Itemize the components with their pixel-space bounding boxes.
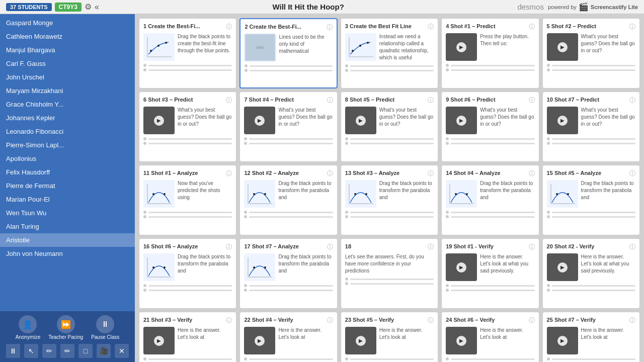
sidebar-student-item[interactable]: Aristotle <box>0 233 135 247</box>
activity-card[interactable]: 7 Shot #4 – Predict ⓘ ▶ What's your best… <box>239 92 337 162</box>
card-footer <box>143 137 232 145</box>
response-bar <box>552 143 635 144</box>
sidebar-student-item[interactable]: Johannes Kepler <box>0 111 135 125</box>
info-icon[interactable]: ⓘ <box>327 169 333 178</box>
highlight-tool[interactable]: ✏ <box>60 344 74 358</box>
student-list: Gaspard MongeCathleen MorawetzManjul Bha… <box>0 14 135 311</box>
activity-card[interactable]: 4 Shot #1 – Predict ⓘ ▶ Press the play b… <box>441 18 539 88</box>
info-icon[interactable]: ⓘ <box>428 316 434 325</box>
info-icon[interactable]: ⓘ <box>629 169 635 178</box>
teacher-pacing-button[interactable]: ⏩ Teacher Pacing <box>48 315 83 340</box>
activity-card[interactable]: 9 Shot #6 – Predict ⓘ ▶ What's your best… <box>441 92 539 162</box>
sidebar-student-item[interactable]: Alan Turing <box>0 220 135 233</box>
response-dot <box>547 284 550 287</box>
response-line-2 <box>446 68 534 71</box>
activity-card[interactable]: 15 Shot #5 – Analyze ⓘ Drag the black po… <box>542 165 640 235</box>
sidebar-student-item[interactable]: Carl F. Gauss <box>0 57 135 70</box>
sidebar-student-item[interactable]: John Urschel <box>0 70 135 84</box>
sidebar-student-item[interactable]: Marian Pour-El <box>0 193 135 206</box>
activity-card[interactable]: 16 Shot #6 – Analyze ⓘ Drag the black po… <box>139 238 236 309</box>
activity-card[interactable]: 12 Shot #2 – Analyze ⓘ Drag the black po… <box>239 165 337 235</box>
card-body: ▶ What's your best guess? Does the ball … <box>446 107 534 134</box>
card-header: 7 Shot #4 – Predict ⓘ <box>244 96 333 105</box>
activity-card[interactable]: 11 Shot #1 – Analyze ⓘ Now that you've p… <box>139 165 236 235</box>
info-icon[interactable]: ⓘ <box>327 243 333 251</box>
info-icon[interactable]: ⓘ <box>529 96 535 105</box>
sidebar-student-item[interactable]: Apollonius <box>0 152 135 165</box>
info-icon[interactable]: ⓘ <box>226 243 232 251</box>
info-icon[interactable]: ⓘ <box>629 23 635 31</box>
activity-card[interactable]: 14 Shot #4 – Analyze ⓘ Drag the black po… <box>441 165 539 235</box>
close-tool[interactable]: ✕ <box>115 344 129 358</box>
info-icon[interactable]: ⓘ <box>327 96 333 105</box>
sidebar-student-item[interactable]: Grace Chisholm Y... <box>0 98 135 111</box>
activity-card[interactable]: 23 Shot #5 – Verify ⓘ ▶ Here is the answ… <box>341 312 438 362</box>
activity-card[interactable]: 2 Create the Best-Fi... ⓘ IMG Lines used… <box>239 18 337 88</box>
activity-card[interactable]: 22 Shot #4 – Verify ⓘ ▶ Here is the answ… <box>239 312 337 362</box>
activity-card[interactable]: 19 Shot #1 - Verify ⓘ ▶ Here is the answ… <box>441 238 539 309</box>
activity-card[interactable]: 1 Create the Best-Fi... ⓘ Drag the black… <box>139 18 236 88</box>
sidebar-student-item[interactable]: Maryam Mirzakhani <box>0 84 135 98</box>
sidebar-student-item[interactable]: Felix Hausdorff <box>0 165 135 179</box>
info-icon[interactable]: ⓘ <box>226 23 232 31</box>
info-icon[interactable]: ⓘ <box>428 23 434 31</box>
info-icon[interactable]: ⓘ <box>226 96 232 105</box>
info-icon[interactable]: ⓘ <box>629 243 635 251</box>
card-header: 18 ⓘ <box>345 243 434 251</box>
activity-card[interactable]: 17 Shot #7 – Analyze ⓘ Drag the black po… <box>239 238 337 309</box>
svg-point-12 <box>352 50 354 52</box>
info-icon[interactable]: ⓘ <box>529 23 535 31</box>
rectangle-tool[interactable]: □ <box>78 344 93 358</box>
info-icon[interactable]: ⓘ <box>629 316 635 325</box>
activity-card[interactable]: 25 Shot #7 – Verify ⓘ ▶ Here is the answ… <box>542 312 640 362</box>
info-icon[interactable]: ⓘ <box>428 169 434 178</box>
sidebar-student-item[interactable]: Gaspard Monge <box>0 16 135 30</box>
activity-card[interactable]: 24 Shot #6 – Verify ⓘ ▶ Here is the answ… <box>441 312 539 362</box>
info-icon[interactable]: ⓘ <box>226 169 232 178</box>
pencil-tool[interactable]: ✏ <box>42 344 56 358</box>
pause-tool[interactable]: ⏸ <box>6 344 20 358</box>
sidebar-student-item[interactable]: Pierre-Simon Lapl... <box>0 138 135 152</box>
sidebar-student-item[interactable]: Cathleen Morawetz <box>0 30 135 43</box>
activity-card[interactable]: 20 Shot #2 - Verify ⓘ ▶ Here is the answ… <box>542 238 640 309</box>
pause-class-button[interactable]: ⏸ Pause Class <box>91 315 119 340</box>
info-icon[interactable]: ⓘ <box>529 316 535 325</box>
info-icon[interactable]: ⓘ <box>226 316 232 325</box>
info-icon[interactable]: ⓘ <box>428 243 434 251</box>
card-header: 11 Shot #1 – Analyze ⓘ <box>143 169 232 178</box>
response-dot <box>143 215 146 218</box>
cursor-tool[interactable]: ↖ <box>24 344 38 358</box>
sidebar-student-item[interactable]: Pierre de Fermat <box>0 179 135 193</box>
class-code-badge[interactable]: CT9Y3 <box>55 3 82 12</box>
response-line-1 <box>143 137 232 140</box>
camera-tool[interactable]: 🎥 <box>97 344 111 358</box>
sidebar-student-item[interactable]: Manjul Bhargava <box>0 43 135 57</box>
cards-grid: 1 Create the Best-Fi... ⓘ Drag the black… <box>139 18 640 362</box>
response-line-2 <box>547 289 635 292</box>
info-icon[interactable]: ⓘ <box>327 316 333 325</box>
activity-card[interactable]: 8 Shot #5 – Predict ⓘ ▶ What's your best… <box>341 92 438 162</box>
activity-card[interactable]: 10 Shot #7 – Predict ⓘ ▶ What's your bes… <box>542 92 640 162</box>
sidebar-student-item[interactable]: John von Neumann <box>0 247 135 260</box>
card-header: 23 Shot #5 – Verify ⓘ <box>345 316 434 325</box>
collapse-icon[interactable]: « <box>95 3 99 12</box>
info-icon[interactable]: ⓘ <box>529 169 535 178</box>
anonymize-button[interactable]: 👤 Anonymize <box>16 315 40 340</box>
sidebar-student-item[interactable]: Wen Tsun Wu <box>0 206 135 220</box>
activity-card[interactable]: 13 Shot #3 – Analyze ⓘ Drag the black po… <box>341 165 438 235</box>
info-icon[interactable]: ⓘ <box>327 23 333 32</box>
activity-card[interactable]: 5 Shot #2 – Predict ⓘ ▶ What's your best… <box>542 18 640 88</box>
activity-card[interactable]: 6 Shot #3 – Predict ⓘ ▶ What's your best… <box>139 92 236 162</box>
card-thumbnail: ▶ <box>446 253 477 281</box>
info-icon[interactable]: ⓘ <box>529 243 535 251</box>
activity-card[interactable]: 18 ⓘ Let's see the answers. First, do yo… <box>341 238 438 309</box>
info-icon[interactable]: ⓘ <box>428 96 434 105</box>
svg-point-38 <box>556 193 558 195</box>
sidebar-student-item[interactable]: Leonardo Fibonacci <box>0 125 135 138</box>
gear-icon[interactable]: ⚙ <box>85 2 92 12</box>
response-bar <box>552 212 635 213</box>
activity-card[interactable]: 3 Create the Best Fit Line ⓘ Instead we … <box>341 18 438 88</box>
activity-card[interactable]: 21 Shot #3 – Verify ⓘ ▶ Here is the answ… <box>139 312 236 362</box>
response-dot <box>143 211 146 214</box>
info-icon[interactable]: ⓘ <box>629 96 635 105</box>
